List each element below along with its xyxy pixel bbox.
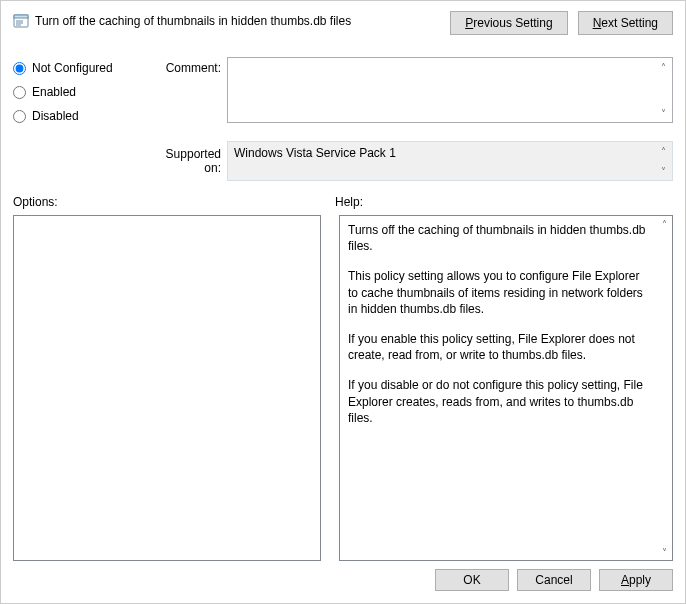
- radio-disabled-input[interactable]: [13, 110, 26, 123]
- supported-label-col: Supported on:: [151, 141, 227, 181]
- nav-buttons: Previous Setting Next Setting: [450, 11, 673, 35]
- ok-button[interactable]: OK: [435, 569, 509, 591]
- supported-row: Supported on: Windows Vista Service Pack…: [13, 141, 673, 181]
- panels: Turns off the caching of thumbnails in h…: [13, 215, 673, 561]
- radio-not-configured[interactable]: Not Configured: [13, 61, 151, 75]
- scroll-up-icon[interactable]: ˄: [655, 59, 671, 75]
- scroll-down-icon[interactable]: ˅: [656, 544, 672, 560]
- help-p1: Turns off the caching of thumbnails in h…: [348, 222, 652, 254]
- options-panel: [13, 215, 321, 561]
- radio-not-configured-input[interactable]: [13, 62, 26, 75]
- supported-on-value: Windows Vista Service Pack 1: [234, 146, 396, 160]
- dialog-title: Turn off the caching of thumbnails in hi…: [35, 14, 351, 28]
- comment-label: Comment:: [166, 61, 221, 75]
- radio-enabled-label: Enabled: [32, 85, 76, 99]
- previous-setting-button[interactable]: Previous Setting: [450, 11, 567, 35]
- help-p2: This policy setting allows you to config…: [348, 268, 652, 317]
- title-col: Turn off the caching of thumbnails in hi…: [13, 11, 450, 29]
- radio-enabled-input[interactable]: [13, 86, 26, 99]
- policy-dialog: Turn off the caching of thumbnails in hi…: [0, 0, 686, 604]
- help-label: Help:: [335, 195, 673, 209]
- radio-enabled[interactable]: Enabled: [13, 85, 151, 99]
- state-radio-group: Not Configured Enabled Disabled: [13, 57, 151, 133]
- scroll-up-icon[interactable]: ˄: [656, 216, 672, 232]
- config-row: Not Configured Enabled Disabled Comment:…: [13, 57, 673, 133]
- radio-disabled[interactable]: Disabled: [13, 109, 151, 123]
- policy-icon: [13, 13, 29, 29]
- help-panel: Turns off the caching of thumbnails in h…: [339, 215, 673, 561]
- help-scrollbar[interactable]: ˄ ˅: [656, 216, 672, 560]
- apply-button[interactable]: Apply: [599, 569, 673, 591]
- scroll-down-icon[interactable]: ˅: [655, 105, 671, 121]
- radio-not-configured-label: Not Configured: [32, 61, 113, 75]
- comment-label-col: Comment:: [151, 57, 227, 133]
- panels-header: Options: Help:: [13, 195, 673, 209]
- help-p4: If you disable or do not configure this …: [348, 377, 652, 426]
- scroll-down-icon: ˅: [655, 163, 671, 179]
- scroll-up-icon: ˄: [655, 143, 671, 159]
- next-setting-button[interactable]: Next Setting: [578, 11, 673, 35]
- comment-scrollbar[interactable]: ˄ ˅: [655, 59, 671, 121]
- supported-spacer: [13, 141, 151, 181]
- header-row: Turn off the caching of thumbnails in hi…: [13, 11, 673, 35]
- next-label-rest: ext Setting: [601, 16, 658, 30]
- footer-buttons: OK Cancel Apply: [13, 569, 673, 591]
- supported-on-box: Windows Vista Service Pack 1 ˄ ˅: [227, 141, 673, 181]
- help-p3: If you enable this policy setting, File …: [348, 331, 652, 363]
- supported-label: Supported on:: [166, 147, 221, 175]
- supported-scrollbar: ˄ ˅: [655, 143, 671, 179]
- radio-disabled-label: Disabled: [32, 109, 79, 123]
- options-label: Options:: [13, 195, 335, 209]
- prev-label-rest: revious Setting: [473, 16, 552, 30]
- cancel-button[interactable]: Cancel: [517, 569, 591, 591]
- comment-textarea[interactable]: ˄ ˅: [227, 57, 673, 123]
- help-text: Turns off the caching of thumbnails in h…: [348, 222, 652, 426]
- svg-rect-1: [14, 15, 28, 18]
